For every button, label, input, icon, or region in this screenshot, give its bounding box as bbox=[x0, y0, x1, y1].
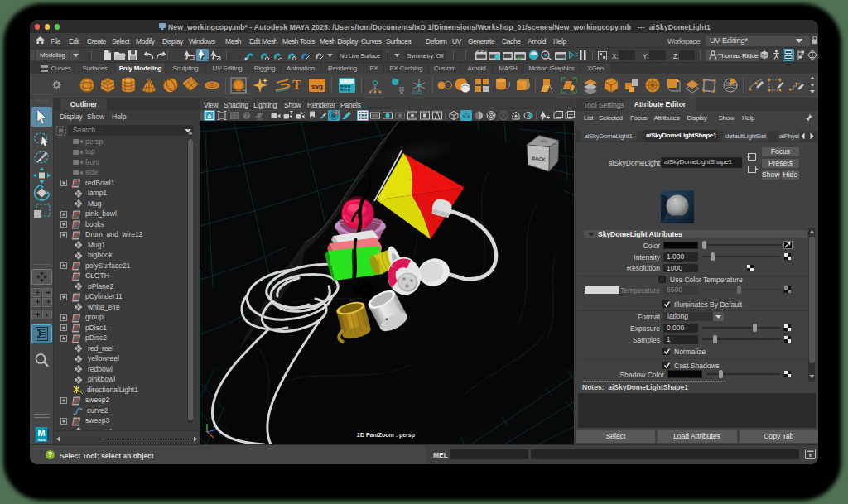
svg-text:svg: svg bbox=[311, 83, 323, 90]
svg-text:0,0,0: 0,0,0 bbox=[412, 89, 422, 94]
svg-text:A: A bbox=[207, 113, 212, 120]
svg-text:2D Pan/Zoom : persp: 2D Pan/Zoom : persp bbox=[357, 432, 415, 439]
svg-text:M: M bbox=[37, 428, 45, 438]
svg-text:MAYA: MAYA bbox=[38, 438, 46, 441]
